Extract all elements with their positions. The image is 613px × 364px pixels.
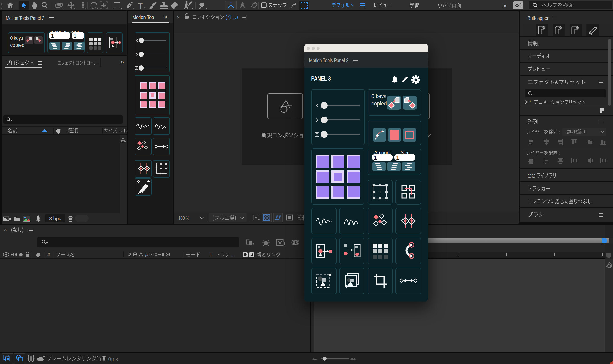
svg-text:fx: fx	[145, 252, 148, 257]
